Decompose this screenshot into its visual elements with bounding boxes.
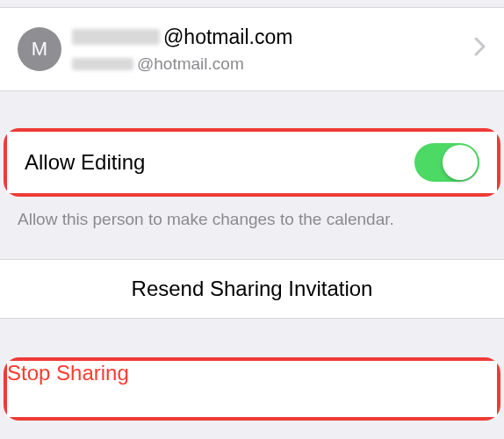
stop-sharing-button[interactable]: Stop Sharing (7, 361, 497, 417)
contact-row[interactable]: M @hotmail.com @hotmail.com (0, 7, 504, 91)
section-gap-2 (0, 231, 504, 259)
resend-label: Resend Sharing Invitation (132, 277, 373, 301)
section-gap-1 (0, 91, 504, 128)
allow-editing-label: Allow Editing (25, 150, 145, 175)
redacted-name-primary (72, 29, 160, 45)
redacted-name-secondary (72, 58, 133, 70)
stop-sharing-label: Stop Sharing (7, 361, 129, 385)
allow-editing-highlight: Allow Editing (4, 128, 500, 197)
contact-text: @hotmail.com @hotmail.com (72, 25, 474, 74)
section-gap-3 (0, 319, 504, 357)
stop-sharing-highlight: Stop Sharing (4, 357, 500, 421)
toggle-knob (443, 145, 478, 180)
allow-editing-row[interactable]: Allow Editing (7, 132, 497, 193)
contact-secondary-domain: @hotmail.com (137, 54, 244, 74)
chevron-right-icon (474, 37, 486, 61)
allow-editing-description: Allow this person to make changes to the… (0, 197, 504, 231)
allow-editing-toggle[interactable] (414, 143, 479, 182)
top-spacer (0, 0, 504, 7)
resend-invitation-button[interactable]: Resend Sharing Invitation (0, 259, 504, 319)
avatar: M (18, 27, 61, 71)
contact-primary-domain: @hotmail.com (163, 25, 292, 49)
